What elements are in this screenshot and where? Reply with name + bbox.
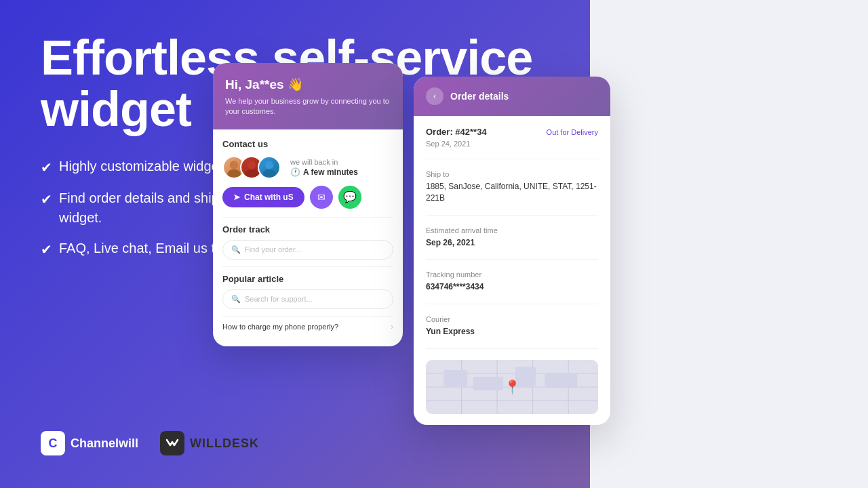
article-search-box[interactable]: 🔍 Search for support... (222, 289, 393, 309)
svg-rect-17 (545, 373, 577, 388)
courier-row: Courier Yun Express (426, 315, 598, 349)
tracking-row: Tracking number 634746****3434 (426, 270, 598, 304)
order-header: ‹ Order details (414, 77, 610, 116)
svg-point-5 (262, 169, 275, 178)
channelwill-logo: C (41, 431, 65, 455)
check-icon-1: ✔ (41, 158, 52, 178)
courier-label: Courier (426, 315, 598, 323)
few-minutes: 🕐 A few minutes (290, 167, 358, 177)
we-will-back: we will back in 🕐 A few minutes (290, 158, 358, 177)
order-date: Sep 24, 2021 (426, 140, 598, 148)
ship-to-label: Ship to (426, 170, 598, 178)
order-search-placeholder: Find your order... (245, 245, 301, 253)
divider-2 (222, 266, 393, 267)
contact-us-row: we will back in 🕐 A few minutes (222, 156, 393, 179)
order-number-row: Order: #42**34 Out for Delivery Sep 24, … (426, 127, 598, 159)
brand-willdesk: WILLDESK (160, 431, 259, 455)
svg-point-1 (227, 169, 240, 178)
brand-channelwill: C Channelwill (41, 431, 138, 455)
order-number: Order: #42**34 (426, 127, 487, 137)
eta-value: Sep 26, 2021 (426, 237, 598, 249)
whatsapp-icon: 💬 (343, 190, 357, 203)
article-text-1: How to charge my phone properly? (222, 323, 338, 331)
order-search-box[interactable]: 🔍 Find your order... (222, 240, 393, 260)
courier-value: Yun Express (426, 326, 598, 338)
chat-widget: Hi, Ja**es 👋 We help your business grow … (213, 63, 403, 346)
willdesk-name: WILLDESK (190, 436, 259, 451)
svg-point-4 (265, 161, 273, 169)
search-icon-order: 🔍 (231, 245, 241, 254)
chat-greeting: Hi, Ja**es 👋 (225, 77, 391, 92)
send-icon: ➤ (233, 192, 240, 202)
chat-sub: We help your business grow by connecting… (225, 96, 391, 117)
chat-body: Contact us we will bac (213, 129, 403, 346)
order-row-header: Order: #42**34 Out for Delivery (426, 127, 598, 137)
svg-rect-15 (473, 377, 503, 390)
widgets-area: Hi, Ja**es 👋 We help your business grow … (213, 63, 610, 425)
chat-with-us-button[interactable]: ➤ Chat with uS (222, 187, 304, 207)
svg-point-2 (248, 161, 256, 169)
order-status: Out for Delivery (547, 128, 598, 136)
divider-1 (222, 217, 393, 218)
ship-to-value: 1885, SanJose, California, UNITE, STAT, … (426, 181, 598, 204)
email-icon: ✉ (317, 192, 326, 203)
order-body: Order: #42**34 Out for Delivery Sep 24, … (414, 116, 610, 425)
search-icon-article: 🔍 (231, 295, 241, 304)
right-panel (590, 0, 868, 488)
clock-icon: 🕐 (290, 167, 300, 177)
left-panel: Effortless self-service widget ✔ Highly … (0, 0, 590, 488)
order-track-title: Order track (222, 224, 393, 235)
willdesk-logo (160, 431, 184, 455)
chat-buttons: ➤ Chat with uS ✉ 💬 (222, 186, 393, 209)
contact-us-title: Contact us (222, 139, 393, 149)
order-widget: ‹ Order details Order: #42**34 Out for D… (414, 77, 610, 425)
tracking-value: 634746****3434 (426, 281, 598, 293)
popular-article-title: Popular article (222, 274, 393, 284)
svg-point-3 (245, 169, 258, 178)
eta-row: Estimated arrival time Sep 26, 2021 (426, 226, 598, 260)
ship-to-row: Ship to 1885, SanJose, California, UNITE… (426, 170, 598, 216)
avatar-3 (258, 156, 281, 179)
back-button[interactable]: ‹ (426, 87, 443, 105)
order-title: Order details (450, 91, 509, 102)
tracking-label: Tracking number (426, 270, 598, 279)
avatars-group (222, 156, 281, 179)
email-button[interactable]: ✉ (310, 186, 333, 209)
channelwill-name: Channelwill (71, 436, 138, 451)
whatsapp-button[interactable]: 💬 (338, 186, 361, 209)
svg-rect-14 (443, 370, 467, 387)
map-placeholder: 📍 (426, 360, 598, 414)
map-pin: 📍 (504, 379, 521, 395)
check-icon-3: ✔ (41, 240, 52, 260)
article-item-1[interactable]: How to charge my phone properly? › (222, 316, 393, 337)
eta-label: Estimated arrival time (426, 226, 598, 235)
brands-row: C Channelwill WILLDESK (41, 431, 549, 455)
check-icon-2: ✔ (41, 190, 52, 209)
arrow-icon-1: › (391, 322, 393, 331)
chat-header: Hi, Ja**es 👋 We help your business grow … (213, 63, 403, 129)
svg-point-0 (230, 161, 238, 169)
article-search-placeholder: Search for support... (245, 295, 313, 303)
